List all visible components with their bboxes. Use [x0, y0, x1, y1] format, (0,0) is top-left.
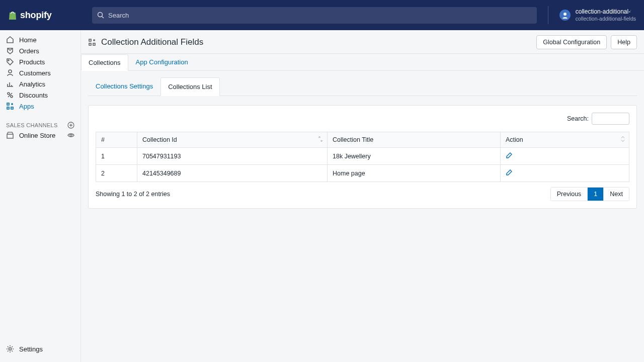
nav-home[interactable]: Home	[0, 34, 80, 45]
table-search: Search:	[96, 113, 629, 125]
global-search[interactable]	[92, 7, 537, 24]
add-channel-icon[interactable]	[67, 122, 74, 129]
nav-apps[interactable]: Apps	[0, 101, 80, 112]
eye-icon[interactable]	[67, 132, 74, 139]
collections-table: # Collection Id Collection Title Action	[96, 132, 629, 182]
customers-icon	[6, 69, 14, 77]
pagination: Previous 1 Next	[550, 187, 629, 201]
svg-point-6	[11, 96, 13, 98]
channel-label: Online Store	[19, 132, 55, 139]
apps-icon	[88, 38, 96, 46]
page-header: Collection Additional Fields Global Conf…	[81, 30, 644, 54]
table-search-input[interactable]	[592, 113, 629, 125]
topbar-divider	[548, 6, 548, 24]
nav-label: Home	[19, 36, 37, 44]
table-row: 2 42145349689 Home page	[96, 165, 629, 182]
top-bar: shopify collection-additional-fiel… coll…	[0, 0, 644, 30]
table-search-label: Search:	[567, 115, 589, 122]
nav-analytics[interactable]: Analytics	[0, 78, 80, 89]
svg-point-3	[8, 60, 9, 61]
nav-customers[interactable]: Customers	[0, 67, 80, 78]
svg-point-14	[9, 348, 12, 350]
cell-num: 2	[96, 165, 137, 182]
svg-point-4	[9, 70, 12, 73]
col-header-action[interactable]: Action	[501, 132, 629, 148]
apps-icon	[6, 102, 14, 110]
table-footer: Showing 1 to 2 of 2 entries Previous 1 N…	[96, 187, 629, 201]
analytics-icon	[6, 80, 14, 88]
svg-point-5	[8, 93, 10, 95]
nav-label: Products	[19, 58, 45, 66]
page-prev-button[interactable]: Previous	[551, 188, 588, 201]
orders-icon	[6, 47, 14, 55]
subtab-collections-list[interactable]: Collections List	[160, 77, 219, 96]
user-icon	[561, 12, 569, 19]
nav-discounts[interactable]: Discounts	[0, 89, 80, 101]
subtab-collections-settings[interactable]: Collections Settings	[88, 77, 160, 96]
svg-rect-10	[11, 107, 13, 109]
page-next-button[interactable]: Next	[603, 188, 629, 201]
nav-products[interactable]: Products	[0, 56, 80, 67]
svg-line-7	[8, 93, 12, 97]
nav-label: Orders	[19, 47, 39, 55]
svg-point-13	[70, 134, 72, 136]
edit-icon[interactable]	[506, 153, 513, 160]
global-configuration-button[interactable]: Global Configuration	[536, 35, 607, 49]
svg-rect-8	[7, 103, 9, 105]
svg-point-2	[564, 13, 567, 16]
search-input[interactable]	[108, 12, 532, 19]
svg-rect-9	[7, 107, 9, 109]
page-1-button[interactable]: 1	[587, 188, 603, 201]
svg-line-1	[102, 17, 104, 19]
tab-app-configuration[interactable]: App Configuration	[128, 54, 196, 70]
channel-online-store[interactable]: Online Store	[0, 129, 80, 142]
svg-rect-12	[7, 134, 13, 138]
edit-icon[interactable]	[506, 170, 513, 177]
cell-id: 42145349689	[137, 165, 328, 182]
store-icon	[6, 131, 14, 139]
brand-logo[interactable]: shopify	[8, 10, 81, 21]
col-header-id[interactable]: Collection Id	[137, 132, 328, 148]
cell-title: Home page	[328, 165, 501, 182]
primary-tabs: Collections App Configuration	[81, 54, 644, 71]
account-name: collection-additional-fiel…	[576, 9, 631, 16]
nav-label: Analytics	[19, 80, 45, 88]
search-icon	[97, 12, 104, 19]
home-icon	[6, 36, 14, 44]
settings-label: Settings	[19, 345, 43, 353]
svg-point-0	[98, 13, 103, 17]
cell-id: 70547931193	[137, 148, 328, 165]
cell-num: 1	[96, 148, 137, 165]
sort-icon	[621, 136, 625, 144]
col-header-title[interactable]: Collection Title	[328, 132, 501, 148]
col-header-num[interactable]: #	[96, 132, 137, 148]
collections-list-card: Search: # Collection Id Collection Title…	[88, 105, 637, 209]
sort-icon	[318, 136, 323, 144]
nav-label: Apps	[19, 103, 34, 110]
page-title: Collection Additional Fields	[101, 37, 203, 47]
sidebar: Home Orders Products Customers Analytics…	[0, 30, 81, 362]
gear-icon	[6, 345, 14, 353]
account-menu[interactable]: collection-additional-fiel… collection-a…	[559, 9, 636, 22]
tab-collections[interactable]: Collections	[81, 54, 128, 71]
nav-orders[interactable]: Orders	[0, 45, 80, 56]
svg-rect-15	[89, 39, 91, 41]
nav-label: Customers	[19, 69, 51, 77]
products-icon	[6, 58, 14, 66]
svg-rect-16	[89, 43, 91, 45]
discounts-icon	[6, 91, 14, 99]
main-content: Collection Additional Fields Global Conf…	[81, 30, 644, 362]
shopify-bag-icon	[8, 10, 17, 20]
nav-label: Discounts	[19, 92, 48, 99]
secondary-tabs: Collections Settings Collections List	[88, 77, 637, 96]
nav-settings[interactable]: Settings	[0, 342, 80, 356]
sales-channels-header: SALES CHANNELS	[0, 122, 80, 129]
account-subtitle: collection-additional-fields	[576, 16, 636, 22]
table-row: 1 70547931193 18k Jewellery	[96, 148, 629, 165]
entries-info: Showing 1 to 2 of 2 entries	[96, 191, 170, 198]
avatar	[559, 10, 571, 21]
help-button[interactable]: Help	[611, 35, 637, 49]
svg-rect-17	[93, 43, 95, 45]
cell-title: 18k Jewellery	[328, 148, 501, 165]
brand-text: shopify	[20, 10, 52, 21]
